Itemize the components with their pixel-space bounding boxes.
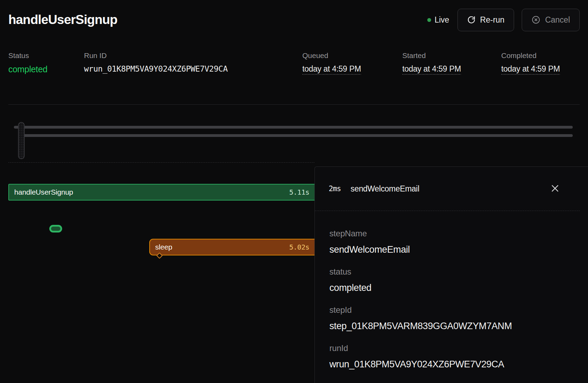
meta-run-id-label: Run ID	[84, 51, 302, 60]
field-stepName: stepName sendWelcomeEmail	[329, 228, 573, 255]
meta-queued: Queued today at 4:59 PM	[302, 51, 402, 74]
close-panel-button[interactable]	[549, 183, 561, 195]
live-indicator: Live	[427, 15, 449, 25]
run-id-value: wrun_01K8PM5VA9Y024XZ6PWE7V29CA	[84, 64, 302, 73]
completed-time-value[interactable]: today at 4:59 PM	[501, 64, 560, 74]
field-label: runId	[329, 343, 573, 353]
step-detail-header: 2ms sendWelcomeEmail	[315, 167, 580, 211]
field-label: stepName	[329, 228, 573, 238]
step-title: sendWelcomeEmail	[351, 184, 419, 194]
gantt-bar-duration: 5.11s	[289, 188, 309, 196]
field-value: step_01K8PM5VARM839GGA0WZYM7ANM	[329, 321, 573, 332]
run-meta-row: Status completed Run ID wrun_01K8PM5VA9Y…	[8, 51, 580, 74]
step-detail-panel: 2ms sendWelcomeEmail stepName sendWelcom…	[314, 166, 588, 383]
circle-x-icon	[531, 15, 540, 24]
meta-status: Status completed	[8, 51, 84, 74]
refresh-icon	[467, 16, 476, 24]
step-duration: 2ms	[329, 185, 341, 193]
live-label: Live	[435, 15, 449, 25]
rerun-button[interactable]: Re-run	[457, 9, 514, 31]
run-status-value: completed	[8, 64, 84, 74]
gantt-bar-label: handleUserSignup	[14, 188, 73, 196]
minimap-root-span-bar	[14, 126, 573, 129]
queued-time-value[interactable]: today at 4:59 PM	[302, 64, 402, 74]
live-status-dot-icon	[427, 18, 431, 22]
field-value: completed	[329, 283, 573, 293]
started-time-value[interactable]: today at 4:59 PM	[402, 64, 501, 74]
meta-started-label: Started	[402, 51, 501, 60]
meta-status-label: Status	[8, 51, 84, 60]
gantt-step-pill-sendWelcomeEmail[interactable]	[49, 225, 62, 233]
field-value: wrun_01K8PM5VA9Y024XZ6PWE7V29CA	[329, 359, 573, 370]
field-label: status	[329, 267, 573, 277]
meta-run-id: Run ID wrun_01K8PM5VA9Y024XZ6PWE7V29CA	[84, 51, 302, 74]
step-detail-body: stepName sendWelcomeEmail status complet…	[315, 211, 588, 370]
field-status: status completed	[329, 267, 573, 293]
minimap-sleep-span-bar	[21, 134, 573, 137]
meta-completed: Completed today at 4:59 PM	[501, 51, 560, 74]
gantt-top-dashed-divider	[8, 162, 314, 163]
app-header: handleUserSignup Live Re-run	[0, 0, 588, 33]
meta-completed-label: Completed	[501, 51, 560, 60]
field-value: sendWelcomeEmail	[329, 244, 573, 255]
cancel-button[interactable]: Cancel	[522, 9, 580, 31]
timeline-minimap	[0, 104, 588, 162]
gantt-bar-duration: 5.02s	[289, 243, 309, 251]
timeline-scrubber-handle[interactable]	[18, 122, 25, 159]
gantt-waterfall: handleUserSignup 5.11s sleep 5.02s	[0, 162, 314, 383]
meta-queued-label: Queued	[302, 51, 402, 60]
gantt-bar-sleep[interactable]: sleep 5.02s	[149, 239, 314, 255]
field-label: stepId	[329, 305, 573, 315]
gantt-bar-handleUserSignup[interactable]: handleUserSignup 5.11s	[8, 184, 314, 201]
field-runId: runId wrun_01K8PM5VA9Y024XZ6PWE7V29CA	[329, 343, 573, 370]
header-actions: Live Re-run Cancel	[427, 9, 580, 31]
close-icon	[550, 184, 560, 194]
rerun-button-label: Re-run	[480, 15, 504, 25]
gantt-bar-label: sleep	[155, 243, 172, 251]
field-stepId: stepId step_01K8PM5VARM839GGA0WZYM7ANM	[329, 305, 573, 332]
cancel-button-label: Cancel	[545, 15, 570, 25]
page-title: handleUserSignup	[8, 13, 117, 27]
meta-started: Started today at 4:59 PM	[402, 51, 501, 74]
